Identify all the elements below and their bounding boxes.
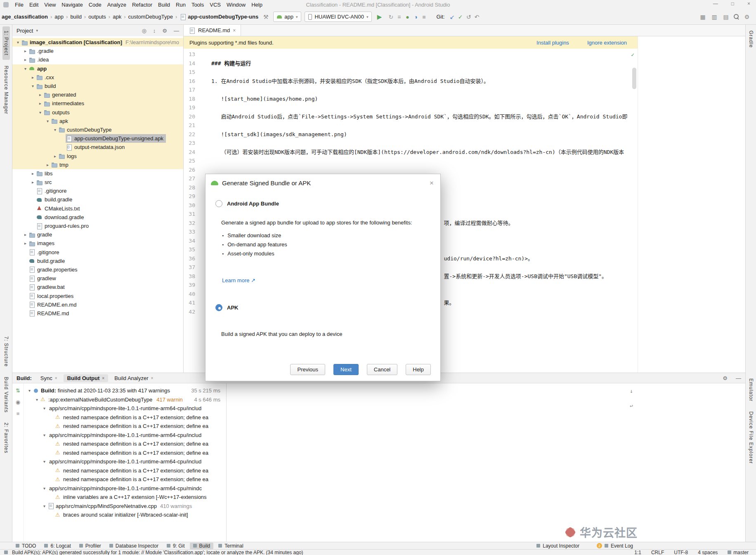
option-apk[interactable]: APK [215, 304, 430, 311]
tool-window-button[interactable]: 1: Project [2, 26, 10, 60]
run-configuration-select[interactable]: app ▾ [273, 12, 301, 22]
close-tab-icon[interactable]: × [102, 376, 104, 380]
build-tree-row[interactable]: nested namespace definition is a C++17 e… [24, 449, 226, 458]
dialog-button[interactable]: Help [406, 364, 431, 375]
menu-item[interactable]: Run [173, 1, 189, 8]
project-tree-row[interactable]: ▸ libs [12, 169, 183, 178]
project-tree-row[interactable]: ▸ .gradle [12, 47, 183, 55]
build-settings-icon[interactable]: ⚙ [723, 375, 728, 381]
tool-window-button[interactable]: 9: Git [163, 543, 188, 549]
tool-window-button[interactable]: Gradle [747, 26, 755, 52]
expand-arrow-icon[interactable]: ▸ [52, 154, 58, 158]
scroll-to-end-icon[interactable]: ↓ [630, 387, 633, 396]
build-tab[interactable]: Sync × [37, 374, 61, 382]
build-tree-row[interactable]: ▾ app/src/main/cpp/mindspore-lite-1.0.1-… [24, 484, 226, 493]
menu-item[interactable]: File [12, 1, 26, 8]
tool-window-button[interactable]: 2 Event Log [593, 543, 636, 549]
build-tree-row[interactable]: ▾ :app:externalNativeBuildCustomDebugTyp… [24, 395, 226, 404]
breadcrumb-item[interactable]: outputs [82, 14, 106, 20]
tab-readme[interactable]: README.md × [184, 25, 241, 36]
menu-item[interactable]: View [41, 1, 59, 8]
device-manager-icon[interactable]: ▥ [710, 14, 718, 20]
build-tab[interactable]: Build Output × [64, 374, 109, 382]
hide-panel-icon[interactable]: — [174, 28, 179, 34]
tool-window-button[interactable]: TODO [12, 543, 39, 549]
build-console[interactable]: ↓↩ [227, 383, 745, 542]
expand-arrow-icon[interactable]: ▾ [30, 84, 36, 88]
expand-arrow-icon[interactable]: ▾ [41, 486, 47, 491]
expand-arrow-icon[interactable]: ▾ [15, 40, 21, 45]
dialog-button[interactable]: Previous [290, 364, 325, 375]
build-tree-row[interactable]: braces around scalar initializer [-Wbrac… [24, 510, 226, 520]
build-tree-row[interactable]: nested namespace definition is a C++17 e… [24, 466, 226, 475]
close-tab-icon[interactable]: × [233, 28, 236, 33]
tool-window-button[interactable]: Build [190, 543, 214, 549]
tool-window-button[interactable]: 6: Logcat [41, 543, 74, 549]
editor-scrollbar[interactable] [632, 68, 636, 89]
menu-item[interactable]: Analyze [104, 1, 129, 8]
close-tab-icon[interactable]: × [55, 376, 57, 380]
locate-file-icon[interactable]: ◎ [142, 28, 146, 34]
build-tree-row[interactable]: nested namespace definition is a C++17 e… [24, 422, 226, 431]
expand-arrow-icon[interactable]: ▸ [22, 57, 28, 62]
tool-window-button[interactable]: Profiler [76, 543, 104, 549]
status-widget[interactable]: 4 spaces [698, 550, 718, 555]
expand-arrow-icon[interactable]: ▸ [22, 49, 28, 53]
notification-action-link[interactable]: Ignore extension [587, 40, 627, 46]
expand-collapse-icon[interactable]: ↕ [153, 28, 156, 34]
notification-action-link[interactable]: Install plugins [536, 40, 569, 46]
chevron-down-icon[interactable]: ▾ [36, 28, 38, 33]
project-tree-row[interactable]: gradle.properties [12, 265, 183, 274]
project-tree-row[interactable]: .gitignore [12, 187, 183, 195]
breadcrumb-item[interactable]: apk [106, 14, 121, 20]
menu-item[interactable]: Window [224, 1, 248, 8]
project-tree-row[interactable]: gradlew.bat [12, 283, 183, 291]
build-tree-row[interactable]: ▾ app/src/main/cpp/mindspore-lite-1.0.1-… [24, 457, 226, 466]
project-tree-row[interactable]: README.md [12, 309, 183, 318]
hide-build-icon[interactable]: — [736, 375, 741, 381]
window-control-button[interactable]: × [747, 1, 750, 7]
rollback-icon[interactable]: ↶ [473, 14, 481, 20]
project-tree-row[interactable]: gradlew [12, 274, 183, 283]
menu-item[interactable]: Navigate [59, 1, 85, 8]
menu-item[interactable]: Help [248, 1, 265, 8]
project-panel-title[interactable]: Project [17, 28, 33, 34]
expand-arrow-icon[interactable]: ▾ [41, 433, 47, 437]
tool-window-button[interactable]: 7: Structure [2, 332, 10, 371]
radio-selected-icon[interactable] [215, 304, 222, 311]
stop-icon[interactable]: ■ [420, 14, 428, 20]
project-tree-row[interactable]: app-customDebugType-unsigned.apk [12, 134, 183, 143]
expand-arrow-icon[interactable]: ▸ [45, 163, 51, 167]
commit-icon[interactable]: ✓ [456, 14, 465, 20]
device-select[interactable]: HUAWEI DVC-AN00 ▾ [305, 12, 372, 22]
breadcrumb-item[interactable]: app [48, 14, 64, 20]
tool-window-button[interactable]: Terminal [215, 543, 246, 549]
project-tree-row[interactable]: ▸ .cxx [12, 73, 183, 82]
tool-window-button[interactable]: 2: Favorites [2, 418, 10, 458]
expand-arrow-icon[interactable]: ▾ [22, 66, 28, 71]
expand-arrow-icon[interactable]: ▾ [37, 110, 43, 115]
expand-arrow-icon[interactable]: ▸ [37, 101, 43, 106]
project-tree-row[interactable]: ▾ build [12, 82, 183, 90]
tool-window-button[interactable]: Resource Manager [2, 61, 10, 118]
project-tree-row[interactable]: ▾ image_classification [Classification] … [12, 38, 183, 47]
build-tab[interactable]: Build Analyzer × [111, 374, 157, 382]
build-hammer-icon[interactable]: ⚒ [262, 14, 270, 20]
expand-arrow-icon[interactable]: ▸ [30, 171, 36, 176]
project-tree-row[interactable]: CMakeLists.txt [12, 204, 183, 213]
tool-window-button[interactable]: Layout Inspector [533, 543, 583, 549]
expand-arrow-icon[interactable]: ▾ [41, 504, 47, 508]
run-button[interactable]: ▶ [375, 13, 383, 21]
settings-icon[interactable]: ⚙ [162, 28, 167, 34]
project-tree-row[interactable]: build.gradle [12, 257, 183, 265]
project-tree-row[interactable]: build.gradle [12, 195, 183, 204]
project-tree-row[interactable]: ▸ images [12, 239, 183, 248]
profiler-icon[interactable]: ◑ [411, 14, 420, 20]
close-icon[interactable]: × [430, 179, 434, 187]
project-tree-row[interactable]: ▸ logs [12, 151, 183, 160]
menu-item[interactable]: VCS [207, 1, 224, 8]
structure-view-icon[interactable]: ▤ [722, 14, 730, 20]
pin-icon[interactable]: ◉ [16, 399, 20, 405]
build-tree-row[interactable]: nested namespace definition is a C++17 e… [24, 475, 226, 484]
build-tree-row[interactable]: inline variables are a C++17 extension [… [24, 493, 226, 502]
